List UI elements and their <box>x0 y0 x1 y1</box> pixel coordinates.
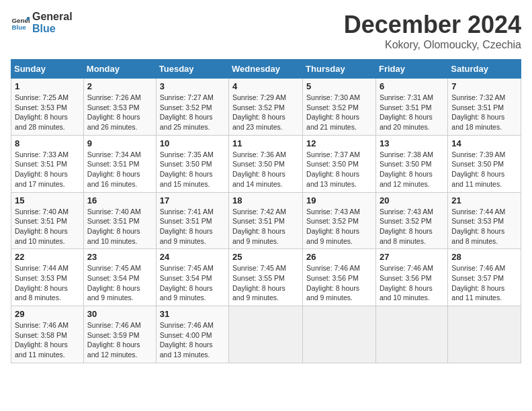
day-info: Sunrise: 7:38 AMSunset: 3:50 PMDaylight:… <box>380 150 444 189</box>
logo: General Blue General Blue <box>11 11 73 34</box>
col-header-tuesday: Tuesday <box>156 60 228 79</box>
calendar-cell: 18 Sunrise: 7:42 AMSunset: 3:51 PMDaylig… <box>229 192 303 249</box>
day-number: 22 <box>15 252 80 262</box>
day-number: 23 <box>87 252 152 262</box>
col-header-friday: Friday <box>375 60 447 79</box>
calendar-cell: 23 Sunrise: 7:45 AMSunset: 3:54 PMDaylig… <box>83 249 156 306</box>
day-info: Sunrise: 7:43 AMSunset: 3:52 PMDaylight:… <box>306 207 372 246</box>
day-number: 21 <box>451 195 517 205</box>
day-info: Sunrise: 7:45 AMSunset: 3:54 PMDaylight:… <box>87 263 152 303</box>
day-info: Sunrise: 7:39 AMSunset: 3:50 PMDaylight:… <box>451 150 517 189</box>
day-info: Sunrise: 7:40 AMSunset: 3:51 PMDaylight:… <box>15 207 80 246</box>
day-number: 16 <box>87 195 152 205</box>
day-info: Sunrise: 7:36 AMSunset: 3:50 PMDaylight:… <box>232 150 299 189</box>
calendar-cell: 19 Sunrise: 7:43 AMSunset: 3:52 PMDaylig… <box>303 192 376 249</box>
day-info: Sunrise: 7:33 AMSunset: 3:51 PMDaylight:… <box>15 150 80 189</box>
day-number: 6 <box>380 81 444 91</box>
col-header-wednesday: Wednesday <box>229 60 303 79</box>
calendar-cell: 29 Sunrise: 7:46 AMSunset: 3:58 PMDaylig… <box>11 306 84 363</box>
calendar-table: SundayMondayTuesdayWednesdayThursdayFrid… <box>11 59 521 363</box>
day-info: Sunrise: 7:37 AMSunset: 3:50 PMDaylight:… <box>306 150 372 189</box>
day-number: 4 <box>232 81 299 91</box>
calendar-cell: 6 Sunrise: 7:31 AMSunset: 3:51 PMDayligh… <box>375 79 447 136</box>
svg-text:Blue: Blue <box>11 23 26 30</box>
day-info: Sunrise: 7:46 AMSunset: 4:00 PMDaylight:… <box>160 320 225 360</box>
calendar-cell: 26 Sunrise: 7:46 AMSunset: 3:56 PMDaylig… <box>303 249 376 306</box>
calendar-cell <box>448 306 521 363</box>
calendar-cell: 30 Sunrise: 7:46 AMSunset: 3:59 PMDaylig… <box>83 306 156 363</box>
calendar-week-row: 8 Sunrise: 7:33 AMSunset: 3:51 PMDayligh… <box>11 135 521 192</box>
day-number: 13 <box>380 138 444 148</box>
day-info: Sunrise: 7:41 AMSunset: 3:51 PMDaylight:… <box>160 207 225 246</box>
day-number: 5 <box>306 81 372 91</box>
calendar-cell: 7 Sunrise: 7:32 AMSunset: 3:51 PMDayligh… <box>448 79 521 136</box>
day-number: 15 <box>15 195 80 205</box>
day-number: 26 <box>306 252 372 262</box>
calendar-cell: 12 Sunrise: 7:37 AMSunset: 3:50 PMDaylig… <box>303 135 376 192</box>
calendar-cell: 8 Sunrise: 7:33 AMSunset: 3:51 PMDayligh… <box>11 135 84 192</box>
calendar-cell: 15 Sunrise: 7:40 AMSunset: 3:51 PMDaylig… <box>11 192 84 249</box>
calendar-cell: 28 Sunrise: 7:46 AMSunset: 3:57 PMDaylig… <box>448 249 521 306</box>
day-info: Sunrise: 7:34 AMSunset: 3:51 PMDaylight:… <box>87 150 152 189</box>
calendar-header-row: SundayMondayTuesdayWednesdayThursdayFrid… <box>11 60 521 79</box>
day-number: 27 <box>380 252 444 262</box>
day-number: 14 <box>451 138 517 148</box>
day-number: 30 <box>87 309 152 319</box>
calendar-cell: 4 Sunrise: 7:29 AMSunset: 3:52 PMDayligh… <box>229 79 303 136</box>
day-info: Sunrise: 7:44 AMSunset: 3:53 PMDaylight:… <box>15 263 80 303</box>
day-number: 28 <box>451 252 517 262</box>
day-info: Sunrise: 7:45 AMSunset: 3:54 PMDaylight:… <box>160 263 225 303</box>
day-info: Sunrise: 7:40 AMSunset: 3:51 PMDaylight:… <box>87 207 152 246</box>
day-info: Sunrise: 7:44 AMSunset: 3:53 PMDaylight:… <box>451 207 517 246</box>
calendar-cell: 31 Sunrise: 7:46 AMSunset: 4:00 PMDaylig… <box>156 306 228 363</box>
calendar-cell: 1 Sunrise: 7:25 AMSunset: 3:53 PMDayligh… <box>11 79 84 136</box>
calendar-cell <box>303 306 376 363</box>
calendar-cell: 13 Sunrise: 7:38 AMSunset: 3:50 PMDaylig… <box>375 135 447 192</box>
calendar-cell: 3 Sunrise: 7:27 AMSunset: 3:52 PMDayligh… <box>156 79 228 136</box>
calendar-week-row: 1 Sunrise: 7:25 AMSunset: 3:53 PMDayligh… <box>11 79 521 136</box>
day-info: Sunrise: 7:43 AMSunset: 3:52 PMDaylight:… <box>380 207 444 246</box>
day-info: Sunrise: 7:46 AMSunset: 3:56 PMDaylight:… <box>306 263 372 303</box>
col-header-thursday: Thursday <box>303 60 376 79</box>
title-area: December 2024 Kokory, Olomoucky, Czechia <box>344 11 521 51</box>
logo-general: General <box>32 11 73 22</box>
calendar-cell: 27 Sunrise: 7:46 AMSunset: 3:56 PMDaylig… <box>375 249 447 306</box>
col-header-monday: Monday <box>83 60 156 79</box>
day-info: Sunrise: 7:27 AMSunset: 3:52 PMDaylight:… <box>160 93 225 132</box>
day-number: 12 <box>306 138 372 148</box>
logo-icon: General Blue <box>11 13 30 32</box>
calendar-cell: 2 Sunrise: 7:26 AMSunset: 3:53 PMDayligh… <box>83 79 156 136</box>
day-number: 20 <box>380 195 444 205</box>
day-info: Sunrise: 7:31 AMSunset: 3:51 PMDaylight:… <box>380 93 444 132</box>
day-number: 31 <box>160 309 225 319</box>
calendar-cell: 10 Sunrise: 7:35 AMSunset: 3:50 PMDaylig… <box>156 135 228 192</box>
calendar-week-row: 22 Sunrise: 7:44 AMSunset: 3:53 PMDaylig… <box>11 249 521 306</box>
day-info: Sunrise: 7:46 AMSunset: 3:57 PMDaylight:… <box>451 263 517 303</box>
day-number: 19 <box>306 195 372 205</box>
day-number: 29 <box>15 309 80 319</box>
day-info: Sunrise: 7:46 AMSunset: 3:59 PMDaylight:… <box>87 320 152 360</box>
day-info: Sunrise: 7:46 AMSunset: 3:58 PMDaylight:… <box>15 320 80 360</box>
month-year-title: December 2024 <box>344 11 521 39</box>
calendar-week-row: 15 Sunrise: 7:40 AMSunset: 3:51 PMDaylig… <box>11 192 521 249</box>
col-header-sunday: Sunday <box>11 60 84 79</box>
calendar-cell: 9 Sunrise: 7:34 AMSunset: 3:51 PMDayligh… <box>83 135 156 192</box>
calendar-cell: 20 Sunrise: 7:43 AMSunset: 3:52 PMDaylig… <box>375 192 447 249</box>
day-info: Sunrise: 7:30 AMSunset: 3:52 PMDaylight:… <box>306 93 372 132</box>
calendar-cell: 17 Sunrise: 7:41 AMSunset: 3:51 PMDaylig… <box>156 192 228 249</box>
day-info: Sunrise: 7:25 AMSunset: 3:53 PMDaylight:… <box>15 93 80 132</box>
calendar-cell: 22 Sunrise: 7:44 AMSunset: 3:53 PMDaylig… <box>11 249 84 306</box>
location-subtitle: Kokory, Olomoucky, Czechia <box>344 39 521 51</box>
day-number: 25 <box>232 252 299 262</box>
day-info: Sunrise: 7:46 AMSunset: 3:56 PMDaylight:… <box>380 263 444 303</box>
calendar-week-row: 29 Sunrise: 7:46 AMSunset: 3:58 PMDaylig… <box>11 306 521 363</box>
day-number: 8 <box>15 138 80 148</box>
calendar-cell: 5 Sunrise: 7:30 AMSunset: 3:52 PMDayligh… <box>303 79 376 136</box>
calendar-cell: 14 Sunrise: 7:39 AMSunset: 3:50 PMDaylig… <box>448 135 521 192</box>
day-number: 24 <box>160 252 225 262</box>
page-header: General Blue General Blue December 2024 … <box>11 11 521 51</box>
calendar-cell: 25 Sunrise: 7:45 AMSunset: 3:55 PMDaylig… <box>229 249 303 306</box>
calendar-cell: 21 Sunrise: 7:44 AMSunset: 3:53 PMDaylig… <box>448 192 521 249</box>
day-number: 18 <box>232 195 299 205</box>
day-number: 2 <box>87 81 152 91</box>
